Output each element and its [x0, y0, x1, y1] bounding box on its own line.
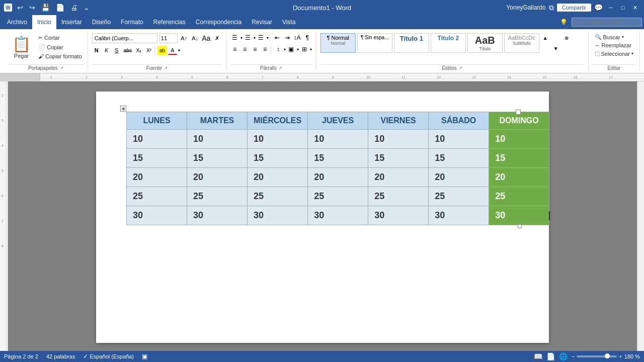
subscript-button[interactable]: X₂ — [134, 46, 143, 55]
table-cell[interactable]: 30 — [308, 206, 368, 225]
style-normal-button[interactable]: ¶ Normal Normal — [320, 33, 356, 53]
table-cell[interactable]: 10 — [368, 130, 429, 149]
align-left-button[interactable]: ≡ — [230, 45, 239, 54]
table-cell[interactable]: 20 — [127, 168, 187, 187]
print-button[interactable]: 🖨 — [68, 3, 79, 13]
styles-scroll-up[interactable]: ▲ — [541, 33, 550, 42]
bullets-button[interactable]: ☰ — [230, 33, 239, 42]
strikethrough-button[interactable]: abc — [122, 46, 133, 55]
bold-button[interactable]: N — [92, 46, 101, 55]
line-spacing-button[interactable]: ↕ — [274, 45, 283, 54]
table-cell[interactable]: 15 — [308, 149, 368, 168]
multilevel-dropdown[interactable]: ▾ — [267, 36, 269, 40]
close-button[interactable]: ✕ — [630, 3, 640, 13]
tab-inicio[interactable]: Inicio — [32, 15, 56, 29]
multilevel-button[interactable]: ☰ — [257, 33, 266, 42]
table-cell[interactable]: 30 — [489, 206, 549, 225]
table-cell[interactable]: 25 — [429, 187, 489, 206]
buscar-button[interactable]: 🔍 Buscar ▾ — [593, 33, 635, 41]
increase-indent-button[interactable]: ⇥ — [283, 33, 292, 42]
table-cell[interactable]: 20 — [368, 168, 429, 187]
styles-scroll-down[interactable]: ▼ — [551, 44, 560, 53]
redo-button[interactable]: ↪ — [27, 3, 37, 13]
maximize-button[interactable]: □ — [618, 3, 628, 13]
format-painter-button[interactable]: 🖌 Copiar formato — [37, 53, 84, 60]
table-cell[interactable]: 20 — [248, 168, 308, 187]
borders-dropdown[interactable]: ▾ — [310, 47, 312, 52]
style-sinespacio-button[interactable]: ¶ Sin espa... — [357, 33, 392, 53]
align-right-button[interactable]: ≡ — [251, 45, 260, 54]
style-titulo2-button[interactable]: Título 2 — [431, 33, 466, 53]
borders-button[interactable]: ⊞ — [300, 45, 309, 54]
table-cell[interactable]: 25 — [308, 187, 368, 206]
bullets-dropdown[interactable]: ▾ — [240, 36, 243, 40]
justify-button[interactable]: ≡ — [261, 45, 270, 54]
font-color-dropdown[interactable]: ▾ — [178, 48, 180, 53]
table-cell[interactable]: 20 — [489, 168, 549, 187]
italic-button[interactable]: K — [102, 46, 111, 55]
paste-button[interactable]: 📋 Pegar — [8, 33, 35, 61]
highlight-button[interactable]: ab — [157, 46, 167, 55]
ribbon-search-input[interactable] — [572, 18, 642, 27]
table-cell[interactable]: 30 — [368, 206, 429, 225]
seleccionar-dropdown[interactable]: ▾ — [631, 51, 633, 56]
buscar-dropdown[interactable]: ▾ — [622, 35, 624, 39]
styles-expand-icon[interactable]: ↗ — [459, 66, 462, 70]
superscript-button[interactable]: X² — [144, 46, 153, 55]
table-cell[interactable]: 30 — [127, 206, 187, 225]
underline-button[interactable]: S — [112, 46, 121, 55]
clear-format-button[interactable]: Aa — [202, 34, 211, 43]
print-layout-icon[interactable]: 📄 — [546, 352, 555, 360]
table-cell[interactable]: 10 — [187, 130, 248, 149]
share-button[interactable]: Compartir — [557, 4, 591, 12]
table-cell[interactable]: 10 — [308, 130, 368, 149]
minimize-button[interactable]: ─ — [606, 3, 616, 13]
numbering-dropdown[interactable]: ▾ — [254, 36, 256, 40]
table-cell[interactable]: 10 — [248, 130, 308, 149]
undo-button[interactable]: ↩ — [15, 3, 25, 13]
new-button[interactable]: 📄 — [54, 3, 66, 13]
table-cell[interactable]: 25 — [368, 187, 429, 206]
tab-formato[interactable]: Formato — [116, 15, 148, 29]
table-cell[interactable]: 25 — [248, 187, 308, 206]
text-effects-button[interactable]: ✗ — [213, 34, 222, 43]
shading-button[interactable]: ▣ — [287, 45, 296, 54]
table-cell[interactable]: 15 — [368, 149, 429, 168]
read-mode-icon[interactable]: 📖 — [534, 352, 542, 360]
cut-button[interactable]: ✂ Cortar — [37, 34, 84, 42]
table-cell[interactable]: 25 — [127, 187, 187, 206]
tab-referencias[interactable]: Referencias — [148, 15, 191, 29]
table-cell[interactable]: 15 — [187, 149, 248, 168]
sort-button[interactable]: ↕A — [293, 33, 302, 42]
tab-vista[interactable]: Vista — [277, 15, 300, 29]
table-top-right-handle[interactable] — [516, 110, 521, 115]
tab-diseno[interactable]: Diseño — [87, 15, 116, 29]
restore-icon[interactable]: ⧉ — [549, 4, 554, 12]
table-cell[interactable]: 15 — [489, 149, 549, 168]
web-layout-icon[interactable]: 🌐 — [559, 352, 568, 360]
copy-button[interactable]: 📄 Copiar — [37, 43, 84, 51]
font-expand-icon[interactable]: ↗ — [164, 66, 168, 70]
zoom-out-button[interactable]: − — [572, 353, 575, 359]
clipboard-expand-icon[interactable]: ↗ — [60, 66, 63, 70]
numbering-button[interactable]: ☰ — [244, 33, 253, 42]
grow-font-button[interactable]: A↑ — [180, 34, 189, 43]
table-cell[interactable]: 20 — [187, 168, 248, 187]
table-cell[interactable]: 30 — [248, 206, 308, 225]
table-cell[interactable]: 30 — [187, 206, 248, 225]
show-marks-button[interactable]: ¶ — [303, 33, 312, 42]
table-cell[interactable]: 25 — [489, 187, 549, 206]
style-subtitulo-button[interactable]: AaBbCcDc Subtítulo — [504, 33, 539, 53]
seleccionar-button[interactable]: ⬚ Seleccionar ▾ — [593, 50, 635, 57]
table-cell[interactable]: 10 — [429, 130, 489, 149]
font-size-input[interactable] — [159, 33, 178, 43]
style-titulo1-button[interactable]: Título 1 — [394, 33, 429, 53]
line-spacing-dropdown[interactable]: ▾ — [284, 47, 286, 52]
zoom-in-button[interactable]: + — [619, 353, 622, 359]
reemplazar-button[interactable]: ↔ Reemplazar — [593, 42, 635, 49]
style-titulo-button[interactable]: AaB Título — [467, 33, 503, 53]
tab-revisar[interactable]: Revisar — [247, 15, 277, 29]
document-canvas[interactable]: ⊕ LUNES MARTES MIÉRCOLES JUEVES VIERNES … — [8, 81, 637, 351]
table-cell[interactable]: 10 — [127, 130, 187, 149]
shading-dropdown[interactable]: ▾ — [297, 47, 299, 52]
